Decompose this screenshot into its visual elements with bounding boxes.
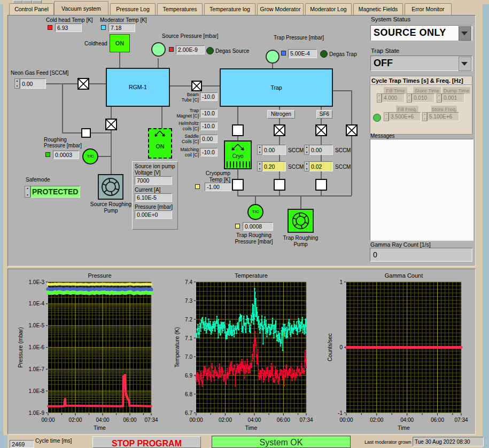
- chart-pressure: 1.0E-31.0E-41.0E-51.0E-61.0E-71.0E-81.0E…: [17, 269, 163, 433]
- y-tick-label: 1.0E-4: [29, 301, 45, 306]
- store-freq-value[interactable]: 5.100E+6: [427, 112, 459, 121]
- sf6-flow-value[interactable]: 0.02: [309, 161, 333, 171]
- messages-box[interactable]: [370, 139, 474, 241]
- nitrogen-set-value[interactable]: 0.00: [262, 145, 286, 155]
- degas-source-led[interactable]: [206, 47, 214, 54]
- source-pressure-gauge: [151, 42, 166, 57]
- nitrogen-set-unit: SCCM: [288, 147, 304, 153]
- pipe-segment: [62, 83, 63, 132]
- pipe-segment: [91, 132, 111, 133]
- tab-moderator-log[interactable]: Moderator Log: [305, 3, 352, 15]
- neon-gas-feed-spinner[interactable]: ▲▼: [14, 78, 20, 89]
- coldhead-on-button[interactable]: ON: [110, 34, 130, 52]
- valve-x-icon: [347, 125, 356, 135]
- pipe-segment: [111, 107, 112, 119]
- x-tick-label: 06:00: [123, 417, 137, 423]
- nitrogen-flow-value[interactable]: 0.20: [262, 161, 286, 171]
- beam-tube-value: -10.0: [200, 92, 218, 101]
- x-tick-label: 00:00: [339, 417, 353, 423]
- tab-control-panel[interactable]: Control Panel: [9, 3, 54, 15]
- fill-freq-spinner[interactable]: ▲▼: [384, 112, 389, 121]
- system-status-dropdown-button[interactable]: [459, 26, 471, 41]
- valve-trap-right[interactable]: [346, 124, 358, 136]
- cold-head-temp-label: Cold head Temp [K]: [46, 17, 93, 23]
- system-status-dropdown[interactable]: SOURCE ONLY: [370, 25, 472, 41]
- ion-pump-switch[interactable]: ON: [148, 128, 172, 159]
- x-tick-label: 07:34: [299, 417, 313, 423]
- pipe-segment: [202, 85, 220, 87]
- stop-program-label: STOP PROGRAM: [112, 439, 182, 448]
- trap-state-dropdown-button[interactable]: [459, 57, 471, 71]
- nitrogen-flow-unit: SCCM: [288, 164, 304, 170]
- last-moderator-grown-label: Last moderator grown: [364, 439, 412, 445]
- tab-label: Pressure Log: [116, 6, 149, 12]
- valve-nitrogen-lower[interactable]: [274, 179, 285, 191]
- y-tick-label: 0: [339, 344, 343, 350]
- pipe-segment: [89, 83, 106, 84]
- valve-sf6[interactable]: [315, 124, 327, 136]
- store-time-value[interactable]: 0.010: [412, 93, 434, 103]
- tab-temperatures[interactable]: Temperatures: [157, 3, 203, 15]
- y-tick-label: 7.4: [185, 279, 192, 285]
- pump-icon: [99, 175, 122, 199]
- safemode-value[interactable]: PROTECTED: [30, 186, 80, 198]
- cycle-time-value: 2469: [10, 440, 34, 448]
- sf6-set-value[interactable]: 0.00: [309, 145, 333, 155]
- tab-grow-moderator[interactable]: Grow Moderator: [257, 3, 304, 15]
- y-tick-label: 6.8: [185, 391, 192, 397]
- valve-cryo-lower[interactable]: [232, 179, 244, 191]
- pipe-segment: [170, 85, 191, 87]
- tab-temperature-log[interactable]: Temperature log: [204, 3, 255, 15]
- source-pump-label: Source RoughingPump: [88, 201, 134, 214]
- tab-label: Temperature log: [209, 6, 250, 12]
- ion-pump-switch-label: ON: [149, 143, 171, 150]
- neon-gas-feed-value[interactable]: 0.00: [20, 78, 46, 89]
- beam-tube-label: BeamTube [C]: [176, 92, 199, 103]
- tab-vacuum-system[interactable]: Vacuum system: [54, 1, 108, 15]
- valve-cryo-upper[interactable]: [232, 124, 244, 136]
- valve-nitrogen[interactable]: [274, 124, 285, 136]
- valve-neon[interactable]: [77, 78, 89, 90]
- store-freq-spinner[interactable]: ▲▼: [422, 112, 427, 121]
- valve-source-vent[interactable]: [81, 128, 91, 138]
- stop-program-button[interactable]: STOP PROGRAM: [92, 436, 201, 448]
- y-tick-label: 7.1: [185, 335, 192, 341]
- cycle-time-label: Cycle time [ms]: [35, 438, 72, 444]
- dump-time-spinner[interactable]: ▲▼: [437, 93, 441, 103]
- trap-roughing-indicator: [235, 224, 240, 229]
- tab-error-monitor[interactable]: Error Monitor: [405, 3, 452, 15]
- pipe-segment: [237, 191, 238, 195]
- degas-trap-led[interactable]: [320, 50, 328, 58]
- tab-pressure-log[interactable]: Pressure Log: [110, 3, 156, 15]
- pipe-segment: [279, 191, 280, 195]
- trap-roughing-pump: [288, 209, 314, 233]
- pipe-segment: [321, 136, 322, 179]
- store-time-spinner[interactable]: ▲▼: [407, 93, 412, 103]
- sf6-button[interactable]: SF6: [316, 110, 332, 119]
- safemode-spinner[interactable]: ▲▼: [25, 186, 30, 198]
- desktop-strip-left-bottom: [0, 435, 7, 448]
- tab-magnetic-fields[interactable]: Magnetic Fields: [353, 3, 403, 15]
- dump-time-value[interactable]: 0.001: [441, 93, 464, 103]
- valve-source-roughing[interactable]: [105, 119, 117, 130]
- nitrogen-button[interactable]: Nitrogen: [267, 110, 295, 119]
- y-tick-label: 1.0E-7: [29, 366, 45, 372]
- roughing-pressure-label1: Roughing: [44, 137, 67, 143]
- fill-time-value[interactable]: 4.000: [382, 93, 405, 103]
- x-tick-label: 02:00: [68, 417, 82, 423]
- fill-freq-value[interactable]: 3.500E+6: [389, 112, 421, 121]
- y-tick-label: 6.9: [185, 373, 192, 379]
- trap-pressure-indicator: [281, 51, 286, 56]
- chart-title: Pressure: [88, 272, 111, 279]
- y-tick-label: 1.0E-8: [29, 388, 45, 394]
- valve-x-icon: [192, 82, 201, 90]
- cryo-pump-box[interactable]: Cryo: [224, 140, 252, 169]
- pipe-segment: [333, 90, 351, 91]
- fill-time-spinner[interactable]: ▲▼: [377, 93, 382, 103]
- pipe-segment: [237, 136, 238, 140]
- y-tick-label: 7.0: [185, 354, 192, 360]
- valve-rgm-trap[interactable]: [191, 81, 202, 91]
- valve-sf6-lower[interactable]: [315, 179, 327, 191]
- trap-state-dropdown[interactable]: OFF: [370, 56, 472, 71]
- system-status-value: SOURCE ONLY: [374, 27, 446, 38]
